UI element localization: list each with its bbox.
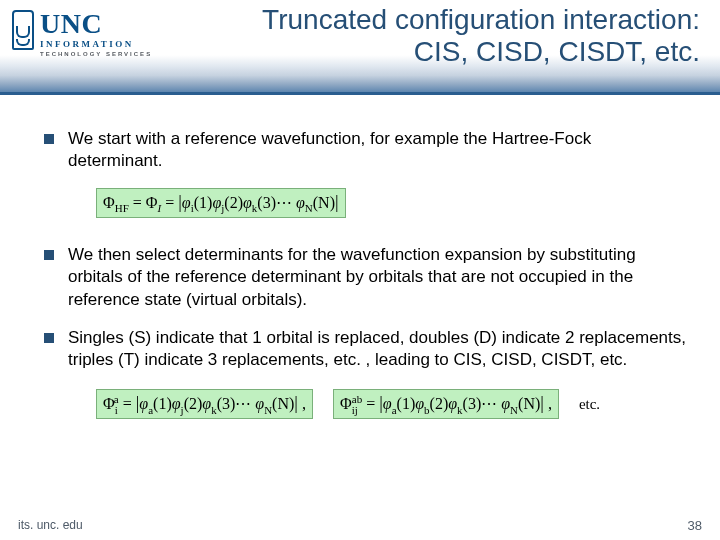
bullet-marker-icon	[44, 333, 54, 343]
equation-excitations-row: Φia = |φa(1)φj(2)φk(3)⋯ φN(N)| , Φijab =…	[44, 389, 686, 420]
page-number: 38	[688, 518, 702, 533]
slide-header: UNC INFORMATION TECHNOLOGY SERVICES Trun…	[0, 0, 720, 95]
equation-single: Φia = |φa(1)φj(2)φk(3)⋯ φN(N)| ,	[96, 389, 313, 420]
bullet-2: We then select determinants for the wave…	[44, 244, 686, 310]
logo-sub2: TECHNOLOGY SERVICES	[40, 51, 152, 57]
slide-body: We start with a reference wavefunction, …	[44, 128, 686, 419]
title-line-1: Truncated configuration interaction:	[175, 4, 700, 36]
slide-title: Truncated configuration interaction: CIS…	[175, 4, 700, 68]
footer-url: its. unc. edu	[18, 518, 83, 532]
bullet-marker-icon	[44, 134, 54, 144]
logo-text: UNC INFORMATION TECHNOLOGY SERVICES	[40, 10, 152, 57]
old-well-icon	[12, 10, 34, 50]
equation-double: Φijab = |φa(1)φb(2)φk(3)⋯ φN(N)| ,	[333, 389, 559, 420]
equation-hf: ΦHF = ΦI = |φi(1)φj(2)φk(3)⋯ φN(N)|	[96, 188, 346, 218]
bullet-3-text: Singles (S) indicate that 1 orbital is r…	[68, 327, 686, 371]
bullet-1-text: We start with a reference wavefunction, …	[68, 128, 686, 172]
title-line-2: CIS, CISD, CISDT, etc.	[175, 36, 700, 68]
bullet-3: Singles (S) indicate that 1 orbital is r…	[44, 327, 686, 371]
slide-footer: its. unc. edu 38	[0, 516, 720, 540]
equation-etc: etc.	[579, 396, 600, 413]
bullet-marker-icon	[44, 250, 54, 260]
logo-word: UNC	[40, 10, 152, 38]
logo-sub1: INFORMATION	[40, 40, 152, 49]
bullet-1: We start with a reference wavefunction, …	[44, 128, 686, 172]
equation-hf-row: ΦHF = ΦI = |φi(1)φj(2)φk(3)⋯ φN(N)|	[44, 188, 686, 218]
bullet-2-text: We then select determinants for the wave…	[68, 244, 686, 310]
unc-logo: UNC INFORMATION TECHNOLOGY SERVICES	[12, 10, 152, 57]
